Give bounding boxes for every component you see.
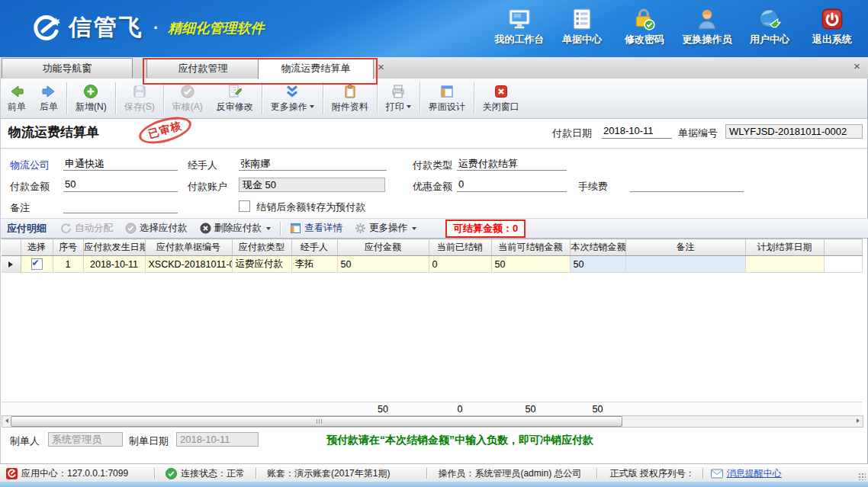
pay-account-field[interactable]: 现金 50 — [239, 178, 385, 192]
close-window-button[interactable]: 关闭窗口 — [476, 80, 526, 117]
view-detail-button[interactable]: 查看详情 — [284, 220, 349, 237]
col-header-seq[interactable]: 序号 — [53, 239, 83, 256]
toolbar-separator — [163, 82, 164, 114]
discount-field[interactable]: 0 — [457, 178, 567, 192]
cell-doc-no: XSCKD-20181011-0006 — [145, 256, 232, 273]
nav-label: 用户中心 — [750, 33, 789, 46]
table-row[interactable]: 1 2018-10-11 XSCKD-20181011-0006 运费应付款 李… — [2, 256, 862, 273]
col-header-current[interactable]: 本次结销金额 — [570, 239, 625, 256]
handler-field[interactable]: 张南娜 — [239, 157, 387, 171]
nav-label: 我的工作台 — [495, 33, 545, 46]
red-close-icon — [493, 84, 509, 99]
scroll-right-arrow[interactable] — [854, 416, 863, 425]
delete-payable-button[interactable]: 删除应付款 — [194, 220, 278, 237]
status-separator — [154, 468, 155, 479]
tab-payable-management[interactable]: 应付款管理 — [146, 58, 259, 78]
status-text: 账套：演示账套(2017年第1期) — [267, 467, 390, 480]
button-label: 审核(A) — [172, 101, 203, 114]
col-header-doc-no[interactable]: 应付款单据编号 — [145, 239, 232, 256]
logo-text: 信管飞 — [69, 12, 144, 43]
cell-remark[interactable] — [625, 256, 745, 273]
nav-exit-system[interactable]: 退出系统 — [807, 8, 857, 46]
col-header-available[interactable]: 当前可结销金额 — [491, 239, 570, 256]
prev-doc-button[interactable]: 前单 — [1, 80, 33, 117]
cell-handler: 李拓 — [291, 256, 337, 273]
discount-label: 优惠金额 — [413, 180, 452, 194]
form-panel: 物流运费结算单 已审核 付款日期 2018-10-11 单据编号 WLYFJSD… — [0, 119, 868, 463]
window-design-icon — [439, 84, 455, 99]
tab-function-nav[interactable]: 功能导航窗 — [2, 58, 133, 78]
floppy-save-icon — [132, 84, 147, 99]
pay-date-field[interactable]: 2018-10-11 — [602, 125, 672, 139]
col-header-select[interactable]: 选择 — [21, 239, 53, 256]
detail-more-operations-button[interactable]: 更多操作 — [349, 220, 423, 237]
more-operations-button[interactable]: 更多操作 — [264, 80, 321, 117]
col-header-handler[interactable]: 经手人 — [291, 239, 337, 256]
nav-document-center[interactable]: 单据中心 — [557, 8, 607, 46]
transfer-prepay-label: 结销后余额转存为预付款 — [256, 201, 365, 213]
button-label: 新增(N) — [76, 101, 107, 114]
resize-grip-icon[interactable] — [858, 473, 866, 480]
pay-account-label: 付款账户 — [188, 180, 227, 194]
col-header-type[interactable]: 应付款类型 — [232, 239, 291, 256]
transfer-prepay-checkbox[interactable] — [239, 200, 250, 212]
tab-label: 功能导航窗 — [43, 62, 92, 74]
grid-corner — [2, 239, 21, 256]
nav-change-password[interactable]: 修改密码 — [619, 8, 670, 46]
envelope-icon — [711, 469, 723, 479]
nav-switch-operator[interactable]: 更换操作员 — [682, 8, 732, 46]
pay-type-field[interactable]: 运费付款结算 — [457, 157, 567, 171]
col-header-plan-date[interactable]: 计划结算日期 — [745, 239, 824, 256]
button-label: 自动分配 — [75, 222, 113, 235]
settleable-amount-badge: 可结算金额：0 — [445, 219, 526, 238]
power-exit-icon — [821, 8, 844, 30]
remark-field[interactable] — [63, 200, 178, 213]
tab-close-icon[interactable]: × — [378, 62, 384, 72]
tab-label: 应付款管理 — [178, 62, 228, 74]
button-label: 更多操作 — [271, 101, 307, 114]
logistics-company-label[interactable]: 物流公司 — [10, 159, 50, 172]
col-header-remark[interactable]: 备注 — [625, 239, 745, 256]
button-label: 后单 — [40, 101, 58, 114]
print-button[interactable]: 打印 — [379, 80, 418, 117]
logo-separator: · — [153, 18, 159, 38]
ui-design-button[interactable]: 界面设计 — [422, 80, 472, 117]
message-center-link[interactable]: 消息提醒中心 — [727, 467, 782, 480]
next-doc-button[interactable]: 后单 — [33, 80, 65, 117]
status-message-center[interactable]: 消息提醒中心 — [711, 467, 782, 480]
button-label: 删除应付款 — [214, 222, 262, 235]
auto-assign-button[interactable]: 自动分配 — [54, 220, 119, 237]
col-header-filler — [824, 239, 862, 256]
handler-label: 经手人 — [188, 159, 217, 172]
audit-button[interactable]: 审核(A) — [166, 80, 210, 117]
header-nav: 我的工作台 单据中心 — [494, 8, 857, 46]
unaudit-modify-button[interactable]: 反审修改 — [210, 80, 260, 117]
row-checkbox[interactable] — [31, 258, 43, 270]
save-button[interactable]: 保存(S) — [117, 80, 162, 117]
scrollbar-thumb[interactable] — [11, 416, 622, 427]
attachments-button[interactable]: 附件资料 — [325, 80, 375, 117]
cell-settled: 0 — [429, 256, 491, 273]
refresh-icon — [60, 223, 72, 234]
col-header-payable[interactable]: 应付金额 — [337, 239, 429, 256]
fee-field[interactable] — [630, 178, 744, 192]
nav-my-workbench[interactable]: 我的工作台 — [494, 8, 545, 46]
logistics-company-field[interactable]: 申通快递 — [63, 157, 178, 171]
nav-user-center[interactable]: 用户中心 — [744, 8, 795, 46]
cell-seq: 1 — [53, 256, 83, 273]
tab-freight-settlement[interactable]: 物流运费结算单 — [258, 58, 374, 79]
panel-close-icon[interactable]: × — [854, 61, 860, 72]
cell-current-settle[interactable]: 50 — [570, 256, 625, 273]
button-label: 关闭窗口 — [483, 101, 519, 114]
document-center-icon — [571, 8, 593, 30]
select-payable-button[interactable]: 选择应付款 — [119, 220, 194, 237]
summary-available: 50 — [491, 404, 570, 415]
connection-ok-icon — [166, 468, 177, 479]
horizontal-scrollbar[interactable] — [2, 415, 863, 428]
col-header-date[interactable]: 应付款发生日期 — [83, 239, 145, 256]
fee-label: 手续费 — [578, 180, 608, 194]
dropdown-caret-icon — [412, 227, 416, 230]
pay-amount-field[interactable]: 50 — [63, 178, 178, 192]
col-header-settled[interactable]: 当前已结销 — [429, 239, 491, 256]
add-new-button[interactable]: 新增(N) — [69, 80, 114, 117]
